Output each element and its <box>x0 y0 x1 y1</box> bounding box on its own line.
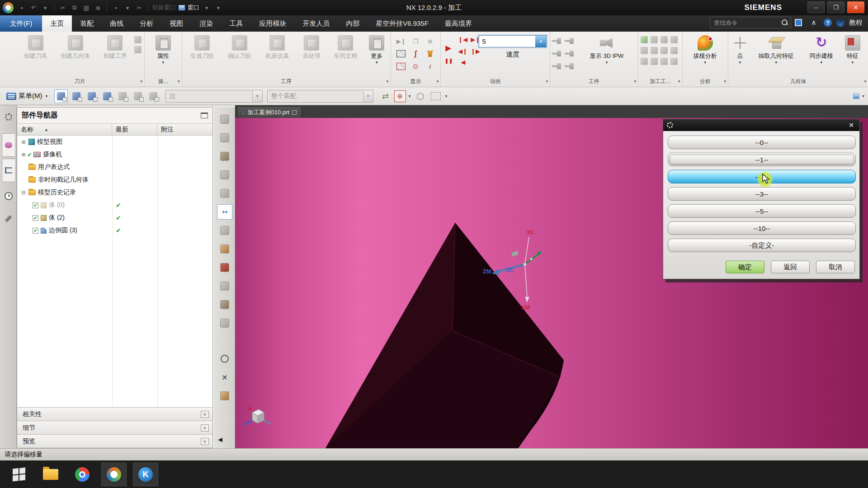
search-input[interactable] <box>710 17 791 28</box>
show-3d-ipw-button[interactable]: 显示 3D IPW ▾ <box>577 33 636 64</box>
section-dependencies[interactable]: 相关性 ˅ <box>17 407 212 421</box>
chuck-icon[interactable] <box>565 51 574 56</box>
dialog-close-icon[interactable]: ✕ <box>847 122 856 129</box>
tab-plugin[interactable]: 星空外挂V6.935F <box>368 15 437 32</box>
mini-icon[interactable] <box>651 58 658 65</box>
mini-icon[interactable] <box>670 36 678 43</box>
file-explorer-button[interactable] <box>38 463 63 486</box>
properties-button[interactable]: 属性 ▾ <box>147 33 179 64</box>
k-app-button[interactable]: K <box>133 463 158 486</box>
back-button[interactable]: 返回 <box>771 261 810 273</box>
start-button[interactable] <box>6 463 32 486</box>
select-dropdown-icon[interactable]: ▾ <box>444 94 448 99</box>
postprocess-button[interactable]: 后处理 <box>297 33 326 60</box>
chevron-down-icon[interactable]: ˅ <box>201 438 209 445</box>
chuck-icon[interactable] <box>565 38 574 44</box>
window-grid-icon[interactable] <box>853 94 859 99</box>
cancel-button[interactable]: 取消 <box>816 261 855 273</box>
checkbox[interactable]: ✔ <box>33 215 38 221</box>
collapse-icon[interactable]: ⊟ <box>21 190 26 196</box>
tab-curve[interactable]: 曲线 <box>102 15 132 32</box>
step-backward-button[interactable]: ◀❙ <box>458 48 467 55</box>
feature-button[interactable]: 特征 ▾ <box>841 33 864 64</box>
close-button[interactable]: ✕ <box>847 1 864 13</box>
box-tool-icon[interactable] <box>217 388 232 404</box>
copy-icon[interactable]: ⧉ <box>70 3 79 12</box>
cut-icon[interactable]: ✂ <box>58 3 67 12</box>
tab-tools[interactable]: 工具 <box>221 15 251 32</box>
hatch-box-icon[interactable] <box>394 48 408 60</box>
mini-icon[interactable] <box>670 58 678 65</box>
go-to-end-button[interactable]: ▶❙ <box>471 36 480 43</box>
tab-down-arrow-icon[interactable]: ↓ <box>242 109 245 116</box>
chevron-down-icon[interactable]: ˅ <box>201 424 209 432</box>
dialog-title-bar[interactable]: ✕ <box>663 119 859 131</box>
type-filter-combo[interactable]: 边 ▾ <box>165 90 263 103</box>
go-to-start-button[interactable]: ❙◀ <box>458 36 467 43</box>
target-icon[interactable]: ⊕ <box>94 3 103 12</box>
assembly-navigator-tab[interactable] <box>2 133 15 157</box>
offset-option-10[interactable]: --10-- <box>668 221 856 235</box>
window-button[interactable]: 窗口 <box>188 4 199 12</box>
mini-icon[interactable] <box>660 58 668 65</box>
measure-tool-icon[interactable]: ⇿ <box>217 204 232 220</box>
offset-option-custom[interactable]: -自定义- <box>668 239 856 252</box>
expand-icon[interactable]: ⊞ <box>21 139 26 145</box>
tab-file[interactable]: 文件(F) <box>0 15 42 32</box>
group-dialog-launcher[interactable]: ▾ <box>140 79 142 84</box>
undo-dropdown-icon[interactable]: ▾ <box>41 3 50 12</box>
tab-assembly[interactable]: 装配 <box>72 15 102 32</box>
play-button[interactable]: ▶ <box>445 43 451 53</box>
create-tool-button[interactable]: 创建刀具 <box>17 33 54 60</box>
mini-icon[interactable] <box>134 36 142 43</box>
pause-button[interactable]: ❚❚ <box>444 58 453 64</box>
tool-display-icon[interactable] <box>423 48 437 60</box>
tab-supreme[interactable]: 最高境界 <box>437 15 480 32</box>
synchronous-modeling-button[interactable]: ↻ 同步建模 ▾ <box>802 33 840 64</box>
minimize-ribbon-icon[interactable]: ∧ <box>808 17 819 28</box>
curve-icon[interactable]: ∫ <box>409 48 422 60</box>
offset-option-0[interactable]: --0-- <box>668 136 856 149</box>
generate-toolpath-button[interactable]: 生成刀轨 <box>184 33 221 60</box>
section-details[interactable]: 细节 ˅ <box>17 421 212 434</box>
back-button[interactable]: ◀ <box>461 59 465 66</box>
mini-icon[interactable] <box>660 47 668 54</box>
select-tool-icon[interactable] <box>217 130 232 145</box>
swap-selection-icon[interactable]: ⇄ <box>379 89 392 103</box>
layer-filter-button[interactable] <box>131 89 145 103</box>
gears-icon[interactable] <box>217 297 232 312</box>
column-note[interactable]: 附注 <box>157 124 212 135</box>
search-icon[interactable] <box>781 19 788 26</box>
mini-icon[interactable] <box>641 47 648 54</box>
mini-icon[interactable] <box>134 46 142 53</box>
section-preview[interactable]: 预览 ˅ <box>17 434 212 448</box>
expand-icon[interactable]: ⊞ <box>21 152 26 158</box>
tool-filter-button[interactable] <box>70 89 83 103</box>
offset-option-1[interactable]: --1-- <box>668 153 856 166</box>
group-dialog-launcher[interactable]: ▾ <box>864 79 866 84</box>
point-button[interactable]: 点 ▾ <box>730 33 750 64</box>
more-button[interactable]: 更多 ▾ <box>365 33 389 64</box>
tutorial-button[interactable]: 教程 <box>849 19 863 27</box>
mini-icon[interactable] <box>641 36 648 43</box>
mini-icon[interactable] <box>651 47 658 54</box>
wcs-indicator[interactable] <box>243 407 271 425</box>
paste-icon[interactable]: ▤ <box>82 3 91 12</box>
extract-geometry-button[interactable]: 抽取几何特征 ▾ <box>751 33 802 64</box>
fullscreen-icon[interactable] <box>793 17 804 28</box>
tab-internal[interactable]: 内部 <box>338 15 368 32</box>
mini-icon[interactable] <box>651 36 658 43</box>
format-painter-icon[interactable]: ✂ <box>135 3 144 12</box>
offset-option-3[interactable]: --3-- <box>668 187 856 201</box>
column-latest[interactable]: 最新 <box>112 124 157 135</box>
layer-up-icon[interactable] <box>217 186 232 201</box>
recent-icon[interactable]: ▪ <box>111 3 120 12</box>
chuck-icon[interactable] <box>552 63 561 69</box>
tab-view[interactable]: 视图 <box>161 15 191 32</box>
part-navigator-tab[interactable] <box>2 159 15 182</box>
snap-point-button[interactable]: ⊕ <box>394 90 406 102</box>
group-dialog-launcher[interactable]: ▾ <box>546 79 548 84</box>
rectangle-select-icon[interactable] <box>429 89 443 103</box>
geometry-filter-button[interactable] <box>85 89 99 103</box>
nx-app-button[interactable] <box>101 463 127 486</box>
